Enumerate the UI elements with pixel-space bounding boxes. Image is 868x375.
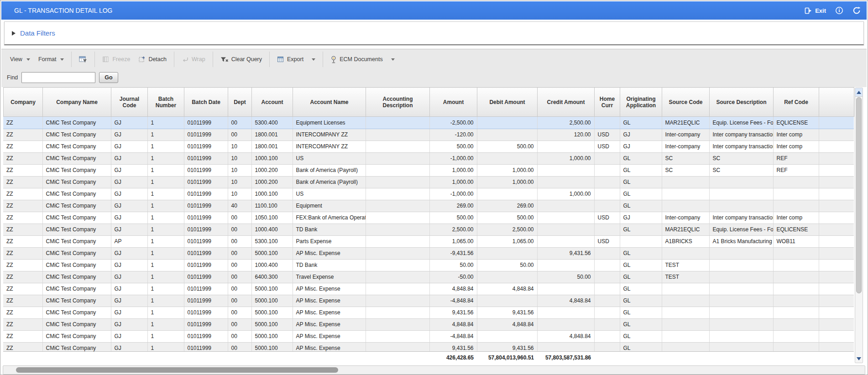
table-row[interactable]: ZZCMiC Test CompanyGJ101011999101000.200… [3,164,854,176]
table-cell: GL [620,188,662,200]
query-by-example-button[interactable] [75,54,91,65]
column-header-ref-code[interactable]: Ref Code [774,88,819,117]
table-cell: AP Misc. Expense [293,295,366,307]
data-filters-panel[interactable]: Data Filters [4,21,864,45]
horizontal-scrollbar-thumb[interactable] [16,367,338,373]
table-cell [366,342,429,351]
table-cell: GJ [111,129,147,141]
table-row[interactable]: ZZCMiC Test CompanyGJ101011999101000.100… [3,152,854,164]
column-header-accounting-description[interactable]: Accounting Description [366,88,430,117]
vertical-scrollbar-thumb[interactable] [856,97,862,293]
column-header-debit-amount[interactable]: Debit Amount [477,88,538,117]
refresh-icon[interactable] [852,6,861,15]
total-empty-cell [594,352,620,364]
table-cell [366,307,429,318]
table-row[interactable]: ZZCMiC Test CompanyGJ101011999005000.100… [3,307,854,318]
clear-query-button[interactable]: Clear Query [216,54,266,65]
view-menu-button[interactable]: View [6,54,34,64]
table-cell [537,307,594,318]
scroll-up-arrow[interactable] [855,88,863,97]
grid-totals-table: 426,428.6557,804,013,960.5157,803,587,53… [3,351,854,364]
export-menu-button[interactable]: Export [273,54,319,65]
table-row[interactable]: ZZCMiC Test CompanyGJ101011999001000.400… [3,224,854,235]
table-row[interactable]: ZZCMiC Test CompanyGJ101011999005000.100… [3,330,854,342]
table-cell: 01011999 [184,271,228,283]
vertical-scrollbar[interactable] [855,88,863,363]
table-cell: ZZ [3,200,42,212]
column-header-batch-number[interactable]: Batch Number [148,88,184,117]
table-cell: -4,848.84 [429,295,477,307]
table-cell: 1100.100 [251,200,293,212]
table-cell [477,117,537,129]
table-cell [709,259,773,271]
table-cell [366,318,429,330]
data-filters-label: Data Filters [20,29,55,37]
table-cell: Equip. License Fees - Forklift [709,117,773,129]
column-header-account[interactable]: Account [252,88,293,117]
table-cell [819,212,854,224]
table-cell: 1,065.00 [477,235,537,247]
table-cell: GL [620,152,662,164]
table-cell [594,318,620,330]
column-header-account-name[interactable]: Account Name [293,88,366,117]
table-cell: 1,000.00 [537,152,594,164]
table-row[interactable]: ZZCMiC Test CompanyGJ101011999005000.100… [3,295,854,307]
table-cell: Inter comp [773,129,819,141]
table-cell: 1,000.00 [429,176,477,188]
table-row[interactable]: ZZCMiC Test CompanyGJ101011999101000.100… [3,188,854,200]
exit-button[interactable]: Exit [805,7,826,14]
table-cell [819,164,854,176]
table-row[interactable]: ZZCMiC Test CompanyGJ101011999001800.001… [3,129,854,141]
format-menu-button[interactable]: Format [34,54,68,64]
table-cell: 1 [147,176,184,188]
table-cell [773,247,819,259]
column-header-credit-amount[interactable]: Credit Amount [538,88,595,117]
total-empty-cell [709,352,773,364]
table-cell [537,235,594,247]
table-cell: 4,848.84 [429,283,477,295]
table-cell [709,271,773,283]
go-button[interactable]: Go [99,72,118,83]
column-header-amount[interactable]: Amount [430,88,477,117]
table-cell [662,307,709,318]
table-row[interactable]: ZZCMiC Test CompanyGJ101011999101800.001… [3,141,854,152]
table-row[interactable]: ZZCMiC Test CompanyGJ101011999001000.400… [3,259,854,271]
column-header-company[interactable]: Company [4,88,43,117]
ecm-documents-menu-button[interactable]: ECM Documents [326,54,398,65]
table-row[interactable]: ZZCMiC Test CompanyGJ101011999005300.400… [3,117,854,129]
table-row[interactable]: ZZCMiC Test CompanyGJ101011999005000.100… [3,342,854,351]
scroll-down-arrow[interactable] [855,354,863,363]
column-header-originating-application[interactable]: Originating Application [620,88,662,117]
table-row[interactable]: ZZCMiC Test CompanyGJ101011999006400.300… [3,271,854,283]
column-header-batch-date[interactable]: Batch Date [184,88,228,117]
horizontal-scrollbar[interactable] [3,365,865,375]
chevron-down-icon [60,58,64,61]
toolbar-separator [323,52,323,67]
column-header-dept[interactable]: Dept [228,88,252,117]
column-header-source-code[interactable]: Source Code [662,88,710,117]
table-cell [709,295,773,307]
table-cell [594,176,620,188]
table-cell [620,235,662,247]
table-row[interactable]: ZZCMiC Test CompanyGJ101011999005000.100… [3,247,854,259]
find-input[interactable] [21,72,95,83]
table-cell: 1 [147,307,184,318]
table-row[interactable]: ZZCMiC Test CompanyGJ101011999401100.100… [3,200,854,212]
column-header-journal-code[interactable]: Journal Code [111,88,148,117]
column-header-source-description[interactable]: Source Description [710,88,774,117]
table-cell: 00 [228,259,251,271]
table-cell: 00 [228,235,251,247]
column-header-company-name[interactable]: Company Name [43,88,111,117]
info-icon[interactable] [835,6,843,15]
table-row[interactable]: ZZCMiC Test CompanyGJ101011999001050.100… [3,212,854,224]
table-cell: CMiC Test Company [42,164,111,176]
detach-button[interactable]: Detach [134,54,171,65]
table-cell: CMiC Test Company [42,271,111,283]
table-row[interactable]: ZZCMiC Test CompanyGJ101011999101000.200… [3,176,854,188]
table-cell: INTERCOMPANY ZZ [293,129,366,141]
table-row[interactable]: ZZCMiC Test CompanyGJ101011999005000.100… [3,283,854,295]
column-header-home-curr[interactable]: Home Curr [595,88,620,117]
table-row[interactable]: ZZCMiC Test CompanyGJ101011999005000.100… [3,318,854,330]
table-cell: 50.00 [537,271,594,283]
table-row[interactable]: ZZCMiC Test CompanyAP101011999005300.100… [3,235,854,247]
